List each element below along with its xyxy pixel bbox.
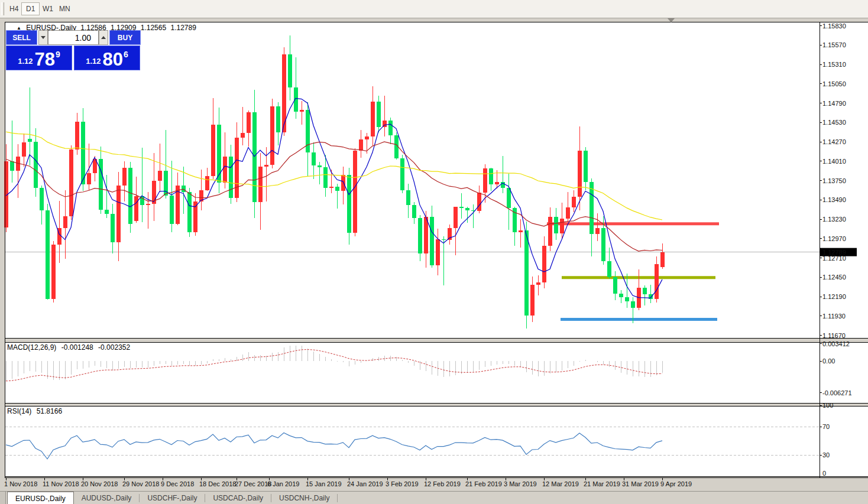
svg-text:1 Nov 2018: 1 Nov 2018 xyxy=(4,480,37,487)
chart-shift-marker-icon[interactable] xyxy=(668,18,675,22)
chevron-up-icon xyxy=(101,36,106,39)
buy-price-sup: 6 xyxy=(124,50,128,59)
volume-increase-button[interactable] xyxy=(99,30,108,45)
svg-text:1.15310: 1.15310 xyxy=(822,61,846,68)
chart-tab-bar: EURUSD-,Daily AUDUSD-,Daily USDCHF-,Dail… xyxy=(0,491,868,504)
svg-text:1.13490: 1.13490 xyxy=(822,196,846,203)
rsi-label: RSI(14) 51.8166 xyxy=(7,407,65,415)
timeframe-button-d1[interactable]: D1 xyxy=(21,2,40,15)
svg-text:11 Nov 2018: 11 Nov 2018 xyxy=(43,480,79,487)
svg-text:31 Mar 2019: 31 Mar 2019 xyxy=(622,480,659,487)
svg-text:9 Dec 2018: 9 Dec 2018 xyxy=(161,480,194,487)
svg-text:1.15050: 1.15050 xyxy=(822,80,846,87)
sell-price-panel[interactable]: 1.12 78 9 xyxy=(6,45,72,70)
svg-text:1.11670: 1.11670 xyxy=(822,332,846,339)
tab-usdcad[interactable]: USDCAD-,Daily xyxy=(205,492,271,504)
buy-button[interactable]: BUY xyxy=(109,30,141,45)
trading-terminal-window: H4 D1 W1 MN 1.158301.155701.153101.15050… xyxy=(0,0,868,504)
timeframe-button-h4[interactable]: H4 xyxy=(5,2,23,15)
svg-text:12 Feb 2019: 12 Feb 2019 xyxy=(424,480,461,487)
rsi-title: RSI(14) xyxy=(7,407,31,415)
svg-text:1.13750: 1.13750 xyxy=(822,177,846,184)
ohlc-close: 1.12789 xyxy=(171,24,196,32)
svg-text:29 Nov 2018: 29 Nov 2018 xyxy=(122,480,159,487)
svg-text:1.14790: 1.14790 xyxy=(822,100,846,107)
tab-usdcnh[interactable]: USDCNH-,Daily xyxy=(271,492,337,504)
svg-text:70: 70 xyxy=(822,423,830,430)
svg-text:9 Apr 2019: 9 Apr 2019 xyxy=(660,480,692,487)
svg-text:1.13230: 1.13230 xyxy=(822,216,846,223)
timeframe-toolbar: H4 D1 W1 MN xyxy=(0,0,868,18)
macd-title: MACD(12,26,9) xyxy=(7,343,56,352)
sell-price-big: 78 xyxy=(35,52,55,67)
svg-text:3 Mar 2019: 3 Mar 2019 xyxy=(504,480,537,487)
svg-text:21 Feb 2019: 21 Feb 2019 xyxy=(465,480,502,487)
svg-text:1.15570: 1.15570 xyxy=(822,41,846,48)
macd-label: MACD(12,26,9) -0.001248 -0.002352 xyxy=(7,343,133,352)
svg-text:1.15830: 1.15830 xyxy=(822,22,846,30)
toolbar-gripper xyxy=(1,2,4,15)
ohlc-low: 1.12565 xyxy=(141,24,166,32)
chevron-down-icon xyxy=(41,36,46,39)
svg-text:1.12450: 1.12450 xyxy=(822,274,846,281)
svg-text:1.14270: 1.14270 xyxy=(822,138,846,145)
macd-main-value: -0.001248 xyxy=(61,343,93,352)
timeframe-button-mn[interactable]: MN xyxy=(54,2,75,15)
svg-text:24 Jan 2019: 24 Jan 2019 xyxy=(347,480,383,487)
svg-text:1.12190: 1.12190 xyxy=(822,293,846,300)
tab-separator xyxy=(337,494,338,502)
svg-text:15 Jan 2019: 15 Jan 2019 xyxy=(306,480,342,487)
sell-price-prefix: 1.12 xyxy=(18,57,33,66)
chart-canvas[interactable]: 1.158301.155701.153101.150501.147901.145… xyxy=(0,0,868,504)
tab-usdchf[interactable]: USDCHF-,Daily xyxy=(140,492,205,504)
tab-audusd[interactable]: AUDUSD-,Daily xyxy=(74,492,140,504)
svg-text:0: 0 xyxy=(822,470,826,477)
svg-text:1.14010: 1.14010 xyxy=(822,158,846,165)
svg-text:30: 30 xyxy=(822,451,830,459)
volume-input[interactable] xyxy=(48,30,99,45)
buy-price-panel[interactable]: 1.12 80 6 xyxy=(74,45,140,70)
svg-text:20 Nov 2018: 20 Nov 2018 xyxy=(81,480,118,487)
rsi-value: 51.8166 xyxy=(37,407,62,415)
tab-eurusd[interactable]: EURUSD-,Daily xyxy=(7,492,74,504)
svg-text:6 Jan 2019: 6 Jan 2019 xyxy=(267,480,299,487)
svg-text:1.11930: 1.11930 xyxy=(822,313,846,320)
sell-button[interactable]: SELL xyxy=(6,30,37,45)
macd-signal-value: -0.002352 xyxy=(98,343,130,352)
tab-bar-corner xyxy=(0,492,6,504)
one-click-trading-widget: SELL BUY 1.12 78 9 1.12 80 6 xyxy=(6,30,142,70)
svg-text:18 Dec 2018: 18 Dec 2018 xyxy=(199,480,236,487)
buy-price-big: 80 xyxy=(103,52,123,67)
volume-decrease-button[interactable] xyxy=(38,30,48,45)
svg-text:1.14530: 1.14530 xyxy=(822,119,846,126)
svg-text:100: 100 xyxy=(822,402,833,409)
svg-text:1.12789: 1.12789 xyxy=(822,249,846,256)
svg-text:21 Mar 2019: 21 Mar 2019 xyxy=(584,480,620,487)
svg-text:0.003412: 0.003412 xyxy=(822,340,850,347)
svg-text:1.12970: 1.12970 xyxy=(822,235,846,242)
buy-price-prefix: 1.12 xyxy=(86,57,101,66)
svg-text:3 Feb 2019: 3 Feb 2019 xyxy=(386,480,419,487)
svg-text:27 Dec 2018: 27 Dec 2018 xyxy=(235,480,271,487)
svg-text:0.00: 0.00 xyxy=(822,357,835,365)
sell-price-sup: 9 xyxy=(56,50,60,59)
svg-text:-0.006271: -0.006271 xyxy=(822,389,852,396)
svg-text:12 Mar 2019: 12 Mar 2019 xyxy=(542,480,579,487)
